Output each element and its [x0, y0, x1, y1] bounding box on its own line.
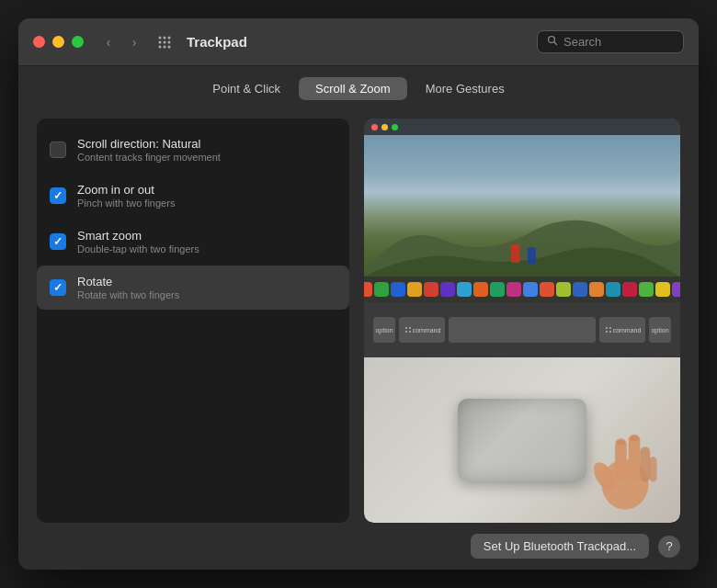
dock-app-icon-12: [556, 282, 571, 297]
setting-text-scroll-direction: Scroll direction: Natural Content tracks…: [77, 137, 221, 163]
hand-gesture-svg: [588, 422, 662, 514]
setting-smart-zoom[interactable]: ✓ Smart zoom Double-tap with two fingers: [37, 220, 349, 264]
preview-trackpad-area: [364, 357, 680, 523]
mock-close: [371, 124, 378, 130]
dock-app-icon-0: [364, 282, 372, 297]
key-command-left: command: [399, 317, 445, 343]
close-button[interactable]: [33, 36, 45, 48]
dock-app-icon-1: [374, 282, 389, 297]
dock-app-icon-18: [655, 282, 670, 297]
back-arrow-icon[interactable]: ‹: [98, 32, 119, 52]
setting-title-smart-zoom: Smart zoom: [77, 229, 199, 243]
dock-app-icon-4: [424, 282, 438, 297]
checkbox-zoom-in-out[interactable]: ✓: [50, 187, 66, 204]
setting-desc-smart-zoom: Double-tap with two fingers: [77, 243, 199, 254]
key-space: [449, 317, 596, 343]
checkmark-zoom-in-out: ✓: [53, 189, 63, 202]
search-input[interactable]: [563, 35, 674, 49]
trackpad-window: ‹ › Trackpad: [18, 18, 699, 570]
setting-text-smart-zoom: Smart zoom Double-tap with two fingers: [77, 229, 199, 254]
mock-screenshot: [364, 119, 680, 302]
tab-more-gestures[interactable]: More Gestures: [409, 77, 521, 100]
checkbox-scroll-direction[interactable]: [50, 141, 66, 158]
setting-text-rotate: Rotate Rotate with two fingers: [77, 275, 179, 300]
dock-app-icon-19: [672, 282, 680, 297]
hills-svg: [364, 203, 680, 277]
key-option-left: option: [373, 317, 395, 343]
minimize-button[interactable]: [52, 36, 64, 48]
bluetooth-setup-button[interactable]: Set Up Bluetooth Trackpad...: [471, 534, 649, 559]
dock-app-icon-7: [473, 282, 488, 297]
titlebar: ‹ › Trackpad: [18, 18, 699, 66]
svg-point-2: [168, 36, 171, 39]
svg-point-1: [164, 36, 166, 39]
window-title: Trackpad: [187, 34, 247, 50]
svg-rect-17: [640, 447, 650, 481]
dock-app-icon-8: [490, 282, 505, 297]
dock-app-icon-10: [523, 282, 538, 297]
search-box[interactable]: [537, 30, 684, 53]
key-command-right: command: [599, 317, 645, 343]
tab-scroll-zoom[interactable]: Scroll & Zoom: [299, 77, 407, 100]
svg-line-10: [554, 42, 557, 45]
svg-point-4: [164, 40, 166, 43]
grid-icon[interactable]: [157, 35, 172, 50]
settings-panel: Scroll direction: Natural Content tracks…: [37, 119, 349, 523]
trackpad-surface: [458, 399, 586, 481]
setting-desc-zoom-in-out: Pinch with two fingers: [77, 198, 175, 209]
dock-app-icon-14: [589, 282, 604, 297]
forward-arrow-icon[interactable]: ›: [124, 32, 144, 52]
svg-point-19: [617, 440, 625, 445]
checkmark-smart-zoom: ✓: [53, 235, 63, 248]
dock-app-icon-16: [622, 282, 637, 297]
preview-keyboard: option command command option: [364, 302, 680, 357]
dock-app-icon-11: [540, 282, 554, 297]
key-option-right: option: [649, 317, 671, 343]
main-content: Scroll direction: Natural Content tracks…: [18, 109, 699, 523]
mock-minimize: [381, 124, 388, 130]
setting-title-zoom-in-out: Zoom in or out: [77, 183, 175, 197]
setting-title-scroll-direction: Scroll direction: Natural: [77, 137, 221, 151]
setting-zoom-in-out[interactable]: ✓ Zoom in or out Pinch with two fingers: [37, 174, 349, 218]
svg-rect-16: [629, 435, 641, 481]
setting-rotate[interactable]: ✓ Rotate Rotate with two fingers: [37, 266, 349, 310]
dock-app-icon-13: [573, 282, 587, 297]
svg-rect-18: [649, 457, 656, 481]
svg-point-5: [168, 40, 171, 43]
svg-point-0: [159, 36, 162, 39]
help-button[interactable]: ?: [658, 536, 680, 558]
nav-arrows: ‹ ›: [98, 32, 144, 52]
svg-rect-11: [511, 244, 520, 263]
setting-text-zoom-in-out: Zoom in or out Pinch with two fingers: [77, 183, 175, 209]
setting-desc-scroll-direction: Content tracks finger movement: [77, 152, 221, 163]
svg-point-3: [159, 40, 162, 43]
dock-app-icon-2: [391, 282, 405, 297]
svg-point-6: [159, 45, 162, 48]
dock-app-icon-3: [407, 282, 422, 297]
traffic-lights: [33, 36, 84, 48]
tab-point-click[interactable]: Point & Click: [196, 77, 297, 100]
svg-point-8: [168, 45, 171, 48]
checkbox-smart-zoom[interactable]: ✓: [50, 233, 66, 250]
mock-maximize: [392, 124, 398, 130]
bottom-bar: Set Up Bluetooth Trackpad... ?: [18, 523, 699, 570]
mock-window-bar: [364, 119, 680, 135]
dock-app-icon-5: [440, 282, 455, 297]
checkmark-rotate: ✓: [53, 281, 63, 294]
mock-dock: [364, 277, 680, 302]
tab-bar: Point & Click Scroll & Zoom More Gesture…: [18, 66, 699, 109]
search-icon: [547, 35, 558, 49]
dock-app-icon-9: [506, 282, 521, 297]
preview-screenshot: [364, 119, 680, 302]
svg-point-7: [164, 45, 166, 48]
setting-desc-rotate: Rotate with two fingers: [77, 289, 179, 300]
svg-rect-12: [528, 247, 536, 264]
maximize-button[interactable]: [72, 36, 84, 48]
preview-panel: option command command option: [364, 119, 680, 523]
checkbox-rotate[interactable]: ✓: [50, 279, 66, 296]
setting-title-rotate: Rotate: [77, 275, 179, 288]
dock-app-icon-17: [639, 282, 654, 297]
setting-scroll-direction[interactable]: Scroll direction: Natural Content tracks…: [37, 128, 349, 172]
svg-point-20: [630, 435, 638, 440]
dock-app-icon-6: [457, 282, 472, 297]
